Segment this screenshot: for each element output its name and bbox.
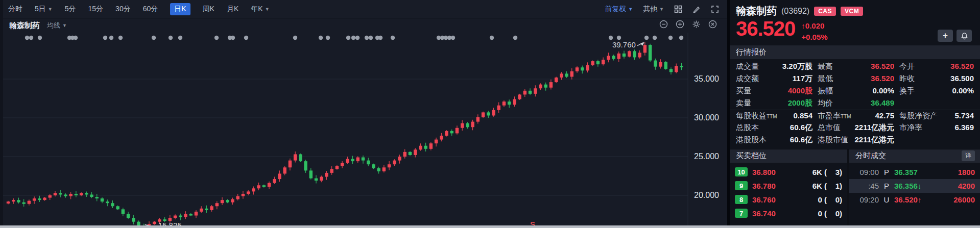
adjust-mode-dropdown[interactable]: 前复权 ▼ <box>605 5 633 14</box>
quote-label: 每股收益TTM <box>736 111 777 121</box>
quote-value: 60.6亿 <box>790 135 812 145</box>
period-tab-5日[interactable]: 5日▼ <box>35 5 53 14</box>
quote-label: 最高 <box>818 62 833 71</box>
tick-row: 09:00P36.3571800 <box>849 165 980 179</box>
order-book-row-7[interactable]: 736.7400 ( 0) <box>730 207 847 220</box>
period-tab-日K[interactable]: 日K <box>170 3 190 15</box>
book-price: 36.800 <box>752 168 784 176</box>
book-level-badge: 10 <box>735 167 748 176</box>
chart-stock-name: 翰森制药 <box>9 21 40 31</box>
candlestick-chart[interactable]: 35.00030.00025.00020.00039.76015.825S <box>3 33 727 228</box>
book-price: 36.780 <box>752 182 784 190</box>
period-tab-60分[interactable]: 60分 <box>143 5 158 14</box>
book-ticks-header: 买卖档位 分时成交 详 <box>730 149 980 163</box>
quote-label: 换手 <box>899 86 915 96</box>
svg-text:25.000: 25.000 <box>694 152 719 161</box>
zoom-in-icon[interactable] <box>676 20 684 29</box>
book-size: 0 ( 0) <box>788 209 842 218</box>
quote-label: 每股净资产 <box>899 111 938 121</box>
svg-text:30.000: 30.000 <box>694 113 719 122</box>
quote-value: 2211亿港元 <box>854 135 894 145</box>
book-price: 36.760 <box>752 195 784 204</box>
quote-row: 港股股本60.6亿港股市值2211亿港元 <box>730 134 980 146</box>
quote-row: 成交量3.20万股最高36.520今开36.520 <box>730 61 980 73</box>
tick-flag: P <box>879 182 894 190</box>
quote-value: 117万 <box>793 74 812 84</box>
tick-row: :45P36.356↓4200 <box>849 179 980 193</box>
tick-time: :45 <box>852 182 879 190</box>
period-tab-年K[interactable]: 年K▼ <box>251 5 269 14</box>
quote-value: 0.854 <box>793 111 812 121</box>
quote-label: 总市值 <box>818 123 841 133</box>
quote-label: 成交量 <box>736 62 759 71</box>
svg-text:39.760: 39.760 <box>612 40 636 49</box>
chart-toolbar: 分时5日▼5分15分30分60分日K周K月K年K▼ 前复权 ▼ 其他 ▼ <box>3 0 727 18</box>
quote-label: 市净率 <box>899 123 922 133</box>
order-book-row-9[interactable]: 936.7806K ( 1) <box>730 179 847 193</box>
tick-volume: 1800 <box>939 168 975 176</box>
close-icon[interactable] <box>708 20 717 29</box>
book-level-badge: 7 <box>735 209 748 218</box>
order-book-row-8[interactable]: 836.7600 ( 0) <box>730 193 847 207</box>
quote-label: 市盈率TTM <box>818 111 851 121</box>
ticks-detail-button[interactable]: 详 <box>962 150 975 161</box>
quote-header: 翰森制药 (03692) CAS VCM 36.520 ↑0.020 +0.05… <box>730 0 980 44</box>
chevron-down-icon: ▼ <box>62 23 67 28</box>
quote-value: 2211亿港元 <box>854 123 894 133</box>
quote-label: 卖量 <box>736 98 751 108</box>
quote-value: 0.00% <box>872 86 894 96</box>
add-to-watchlist-button[interactable]: + <box>938 30 953 42</box>
stock-code: (03692) <box>781 7 809 16</box>
tick-time: 09:00 <box>852 168 879 176</box>
price-alert-button[interactable] <box>957 30 972 42</box>
quote-row: 成交额117万最低36.520昨收36.500 <box>730 73 980 85</box>
quote-value: 36.500 <box>950 74 974 84</box>
chevron-down-icon: ▼ <box>628 7 633 12</box>
tick-time: 09:20 <box>852 195 879 204</box>
quote-value: 4000股 <box>788 86 812 96</box>
other-dropdown[interactable]: 其他 ▼ <box>643 5 664 14</box>
quote-label: 最低 <box>818 74 833 84</box>
quote-row: 总股本60.6亿总市值2211亿港元市净率6.369 <box>730 122 980 134</box>
quote-label: 昨收 <box>899 74 915 84</box>
period-tabs: 分时5日▼5分15分30分60分日K周K月K年K▼ <box>8 3 270 15</box>
period-tab-30分[interactable]: 30分 <box>115 5 131 14</box>
zoom-out-icon[interactable] <box>659 20 668 29</box>
period-tab-周K[interactable]: 周K <box>203 5 214 14</box>
quote-label: 总股本 <box>736 123 759 133</box>
tick-volume: 26000 <box>939 195 975 204</box>
tick-volume: 4200 <box>939 182 975 190</box>
ma-indicator-dropdown[interactable]: 均线 ▼ <box>47 21 67 30</box>
period-tab-月K[interactable]: 月K <box>227 5 238 14</box>
quote-grid: 成交量3.20万股最高36.520今开36.520成交额117万最低36.520… <box>730 59 980 147</box>
quote-value: 2000股 <box>788 98 812 108</box>
period-tab-分时[interactable]: 分时 <box>8 5 22 14</box>
tick-row: 09:20U36.520↑26000 <box>849 193 980 207</box>
tick-list: 09:00P36.3571800:45P36.356↓420009:20U36.… <box>849 163 980 228</box>
ticks-header: 分时成交 详 <box>849 149 980 163</box>
adjust-mode-label: 前复权 <box>605 5 626 14</box>
book-price: 36.740 <box>752 209 784 218</box>
quote-label: 港股市值 <box>818 135 848 145</box>
fullscreen-icon[interactable] <box>711 5 719 13</box>
quote-panel: 翰森制药 (03692) CAS VCM 36.520 ↑0.020 +0.05… <box>727 0 980 228</box>
quote-value: 3.20万股 <box>782 62 812 71</box>
quote-value: 36.520 <box>871 74 894 84</box>
draw-tool-icon[interactable] <box>692 5 701 13</box>
bottom-scrollbar[interactable] <box>0 225 980 228</box>
layout-grid-icon[interactable] <box>674 5 682 13</box>
bell-icon <box>961 32 968 40</box>
last-price: 36.520 <box>736 18 795 39</box>
book-size: 0 ( 0) <box>788 195 842 204</box>
order-book-row-10[interactable]: 1036.8006K ( 3) <box>730 165 847 179</box>
cas-badge: CAS <box>814 7 836 16</box>
book-size: 6K ( 3) <box>788 168 842 176</box>
tick-flag: P <box>879 168 894 176</box>
period-tab-5分[interactable]: 5分 <box>65 5 76 14</box>
quote-value: 5.734 <box>954 111 974 121</box>
quote-value: 60.6亿 <box>790 123 812 133</box>
settings-gear-icon[interactable] <box>692 20 701 29</box>
trading-terminal: 分时5日▼5分15分30分60分日K周K月K年K▼ 前复权 ▼ 其他 ▼ <box>0 0 980 228</box>
period-tab-15分[interactable]: 15分 <box>88 5 104 14</box>
quote-row: 卖量2000股均价36.489 <box>730 97 980 110</box>
